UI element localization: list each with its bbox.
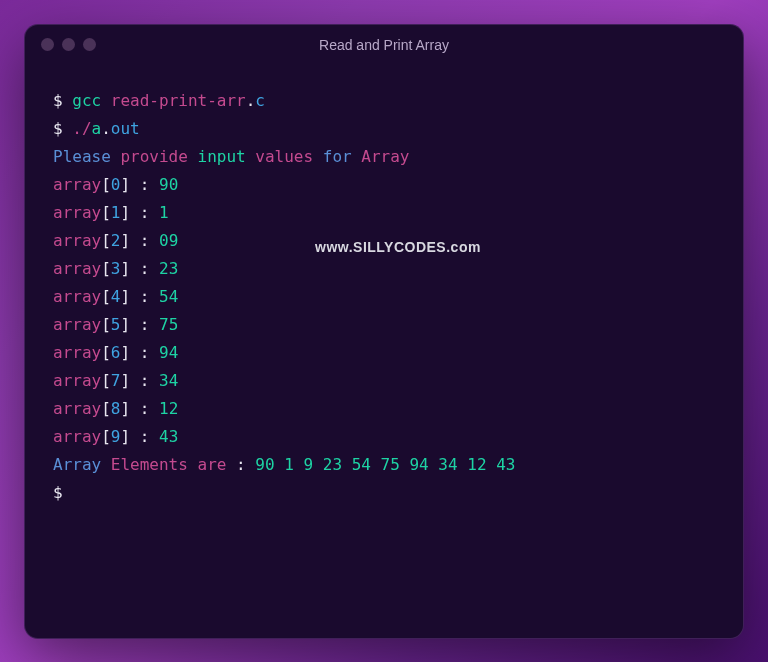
prompt-message: Please provide input values for Array [53,143,715,171]
titlebar: Read and Print Array [25,25,743,65]
array-label: array [53,259,101,278]
array-index: 7 [111,371,121,390]
watermark: www.SILLYCODES.com [315,235,481,260]
array-index: 1 [111,203,121,222]
close-icon[interactable] [41,38,54,51]
array-index: 4 [111,287,121,306]
cmd-gcc: gcc [72,91,101,110]
array-value: 75 [159,315,178,334]
maximize-icon[interactable] [83,38,96,51]
array-label: array [53,343,101,362]
array-entry: array[8] : 12 [53,395,715,423]
array-entry: array[7] : 34 [53,367,715,395]
output-line: Array Elements are : 90 1 9 23 54 75 94 … [53,451,715,479]
array-entry: array[0] : 90 [53,171,715,199]
array-index: 3 [111,259,121,278]
array-label: array [53,427,101,446]
array-index: 8 [111,399,121,418]
array-entry: array[1] : 1 [53,199,715,227]
prompt: $ [53,91,63,110]
cmd-out: out [111,119,140,138]
array-label: array [53,203,101,222]
array-entry: array[5] : 75 [53,311,715,339]
array-entry: array[9] : 43 [53,423,715,451]
window-title: Read and Print Array [25,37,743,53]
array-value: 1 [159,203,169,222]
final-prompt: $ [53,479,715,507]
array-value: 43 [159,427,178,446]
array-label: array [53,287,101,306]
array-index: 5 [111,315,121,334]
array-index: 6 [111,343,121,362]
array-value: 23 [159,259,178,278]
command-line-2: $ ./a.out [53,115,715,143]
array-label: array [53,175,101,194]
array-index: 9 [111,427,121,446]
array-value: 90 [159,175,178,194]
array-value: 12 [159,399,178,418]
cmd-a: a [92,119,102,138]
array-label: array [53,371,101,390]
array-entry: array[6] : 94 [53,339,715,367]
array-value: 09 [159,231,178,250]
window-controls [41,38,96,51]
array-label: array [53,315,101,334]
array-entry: array[4] : 54 [53,283,715,311]
output-values: 90 1 9 23 54 75 94 34 12 43 [255,455,515,474]
file-ext: c [255,91,265,110]
prompt: $ [53,119,63,138]
array-label: array [53,399,101,418]
terminal-content[interactable]: www.SILLYCODES.com $ gcc read-print-arr.… [25,65,743,529]
cmd-filename: read-print-arr [111,91,246,110]
array-value: 94 [159,343,178,362]
array-index: 0 [111,175,121,194]
array-index: 2 [111,231,121,250]
minimize-icon[interactable] [62,38,75,51]
array-value: 34 [159,371,178,390]
array-value: 54 [159,287,178,306]
prompt: $ [53,483,63,502]
terminal-window: Read and Print Array www.SILLYCODES.com … [24,24,744,639]
array-label: array [53,231,101,250]
command-line-1: $ gcc read-print-arr.c [53,87,715,115]
cmd-slash: ./ [72,119,91,138]
